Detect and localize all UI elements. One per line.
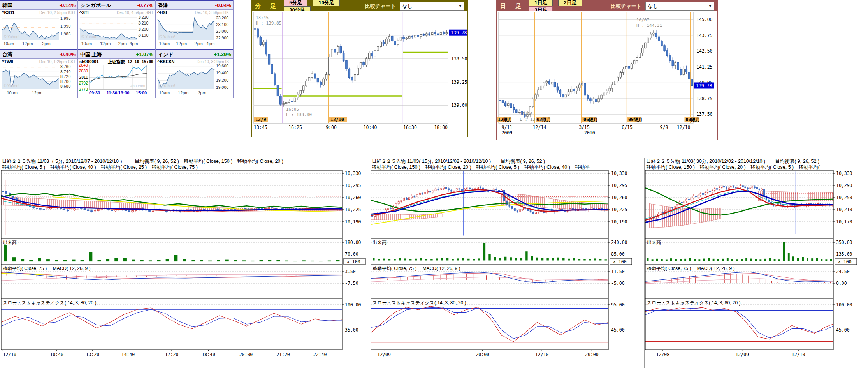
svg-text:09限月: 09限月 <box>628 117 643 122</box>
svg-text:9/8: 9/8 <box>660 125 668 130</box>
technical-chart: 出来高移動平均( Close, 75 ) MACD( 12, 26, 9 )スロ… <box>370 170 642 368</box>
svg-text:138.75: 138.75 <box>696 96 713 101</box>
market-change-pct: +1.07% <box>136 51 153 57</box>
svg-text:11.50: 11.50 <box>611 269 625 274</box>
svg-text:139.78: 139.78 <box>451 30 467 35</box>
svg-text:9:00: 9:00 <box>326 125 337 130</box>
daily-timeframe-button[interactable]: 1日足 <box>529 0 553 6</box>
svg-text:18:00: 18:00 <box>434 125 448 130</box>
compare-select-value: なし <box>648 3 658 10</box>
market-name: 台湾 <box>2 51 12 58</box>
tech-chart-header: 日経２２５先物 11/03( 15分, 2010/12/02 - 2010/12… <box>370 158 642 170</box>
market-tile-header: 中国 上海+1.07% <box>78 49 155 59</box>
svg-text:© Yahoo!: © Yahoo! <box>4 35 19 39</box>
minute-timeframe-button[interactable]: 10分足 <box>313 0 339 6</box>
svg-text:35.00: 35.00 <box>345 327 358 333</box>
svg-text:12/9: 12/9 <box>255 117 266 122</box>
svg-text:23,000: 23,000 <box>216 29 228 34</box>
svg-text:12-10 15:00: 12-10 15:00 <box>128 60 153 64</box>
market-tile: インド+1.39%^BSESNDec 10, 3:29pm IST19,6001… <box>156 49 234 98</box>
svg-text:12/09: 12/09 <box>735 352 749 357</box>
market-name: 中国 上海 <box>80 51 102 58</box>
svg-text:2pm: 2pm <box>42 41 50 46</box>
svg-text:4pm: 4pm <box>206 41 214 46</box>
svg-text:141.25: 141.25 <box>696 64 713 70</box>
svg-text:Dec 10, 2:55pm KST: Dec 10, 2:55pm KST <box>39 11 76 15</box>
svg-text:13:45: 13:45 <box>256 15 269 20</box>
minute-timeframe-button[interactable]: 5分足 <box>284 0 307 6</box>
svg-text:10,260: 10,260 <box>611 195 627 200</box>
candlestick-chart: 12/912/1013:45H : 139.8516:05L : 139.001… <box>252 11 467 136</box>
market-tile-header: 韓国-0.14% <box>0 0 77 10</box>
svg-text:03限月: 03限月 <box>686 117 700 122</box>
market-sparkline: ^KS11Dec 10, 2:55pm KST1,9951,9901,98510… <box>0 10 77 49</box>
svg-text:出来高: 出来高 <box>3 240 17 245</box>
minute-chart-window: 分 足 5分足10分足30分足 比較チャート なし ▼ 12/912/1013:… <box>251 0 468 137</box>
market-change-pct: -0.04% <box>215 2 231 8</box>
svg-text:20:00: 20:00 <box>476 352 489 357</box>
svg-text:19,600: 19,600 <box>216 64 228 68</box>
svg-text:2010: 2010 <box>584 130 595 136</box>
svg-text:19,200: 19,200 <box>216 78 228 83</box>
svg-text:8,740: 8,740 <box>60 69 70 74</box>
market-tile-header: 台湾-0.40% <box>0 49 77 59</box>
svg-text:12pm: 12pm <box>100 41 111 46</box>
svg-text:2pm: 2pm <box>194 41 202 46</box>
svg-text:100.00: 100.00 <box>836 302 852 307</box>
svg-text:12限月: 12限月 <box>498 117 512 122</box>
chevron-down-icon: ▼ <box>459 4 462 8</box>
svg-text:10,225: 10,225 <box>345 207 361 212</box>
svg-text:85.00: 85.00 <box>611 251 625 257</box>
compare-select[interactable]: なし ▼ <box>400 2 464 11</box>
svg-text:© Yahoo!: © Yahoo! <box>159 35 175 39</box>
market-sparkline: ^TWIIDec 10, 1:25pm CST8,7608,7408,7208,… <box>0 59 77 99</box>
svg-text:2773: 2773 <box>79 87 88 92</box>
svg-text:20:00: 20:00 <box>239 352 253 357</box>
svg-text:145.00: 145.00 <box>696 17 713 22</box>
svg-text:移動平均( Close, 75 ) MACD( 12, 2: 移動平均( Close, 75 ) MACD( 12, 26, 9 ) <box>3 266 90 271</box>
tech-chart-title-line2: 移動平均( Close, 150 ) 移動平均( Close, 20 ) 移動平… <box>372 164 640 170</box>
trading-dashboard-screen: 韓国-0.14%^KS11Dec 10, 2:55pm KST1,9951,99… <box>0 0 868 385</box>
svg-text:135.00: 135.00 <box>836 251 852 257</box>
svg-text:24.50: 24.50 <box>836 269 850 274</box>
svg-text:© Yahoo!: © Yahoo! <box>4 84 19 88</box>
tech-chart-window-30min: 日経２２５先物 11/03( 30分, 2010/12/02 - 2010/12… <box>644 158 868 368</box>
compare-select[interactable]: なし ▼ <box>645 2 714 11</box>
svg-text:12/10: 12/10 <box>677 125 691 130</box>
svg-text:10am: 10am <box>159 90 170 95</box>
market-tile-header: シンガポール-0.77% <box>78 0 155 10</box>
svg-text:10,250: 10,250 <box>836 195 852 200</box>
svg-text:10,190: 10,190 <box>345 219 361 224</box>
tech-chart-title-line2: 移動平均( Close, 150 ) 移動平均( Close, 20 ) 移動平… <box>646 164 866 170</box>
daily-chart-title: 日 足 <box>500 2 525 10</box>
svg-text:11:30/13:00: 11:30/13:00 <box>107 90 130 95</box>
market-sparkline: sh000001上证指数12-10 15:0028492830281127922… <box>78 59 155 99</box>
svg-text:× 100: × 100 <box>347 259 360 265</box>
svg-text:16:30: 16:30 <box>403 125 417 130</box>
market-tile-header: 香港-0.04% <box>156 0 233 10</box>
svg-text:上证指数: 上证指数 <box>107 59 125 64</box>
svg-text:10,330: 10,330 <box>836 171 852 176</box>
svg-text:12pm: 12pm <box>178 90 189 95</box>
svg-text:2811: 2811 <box>79 75 88 79</box>
svg-text:© Yahoo!: © Yahoo! <box>81 35 97 39</box>
svg-text:スロー・ストキャスティクス( 14, 3, 80, 20 ): スロー・ストキャスティクス( 14, 3, 80, 20 ) <box>3 300 96 306</box>
daily-timeframe-button[interactable]: 2日足 <box>558 0 582 6</box>
svg-text:139.25: 139.25 <box>451 79 467 85</box>
svg-text:12/08: 12/08 <box>656 352 670 357</box>
svg-text:10:40: 10:40 <box>50 352 63 357</box>
daily-chart-toolbar: 日 足 1日足2日足3日足 比較チャート なし ▼ <box>497 1 717 11</box>
svg-text:6/15: 6/15 <box>622 125 633 130</box>
svg-text:2792: 2792 <box>79 81 88 85</box>
svg-text:19,400: 19,400 <box>216 71 228 75</box>
svg-text:143.75: 143.75 <box>696 33 713 38</box>
svg-text:^HSI: ^HSI <box>157 10 167 15</box>
svg-text:22:40: 22:40 <box>313 352 327 357</box>
svg-text:12/10: 12/10 <box>792 352 805 357</box>
svg-text:スロー・ストキャスティクス( 14, 3, 80, 20 ): スロー・ストキャスティクス( 14, 3, 80, 20 ) <box>647 300 740 306</box>
market-name: インド <box>158 51 174 58</box>
svg-text:23,100: 23,100 <box>216 22 228 27</box>
market-tile-header: インド+1.39% <box>156 49 233 59</box>
svg-text:3,220: 3,220 <box>138 15 148 19</box>
market-sparkline: ^HSIDec 10, 3:59pm HKT23,20023,10023,000… <box>156 10 232 49</box>
